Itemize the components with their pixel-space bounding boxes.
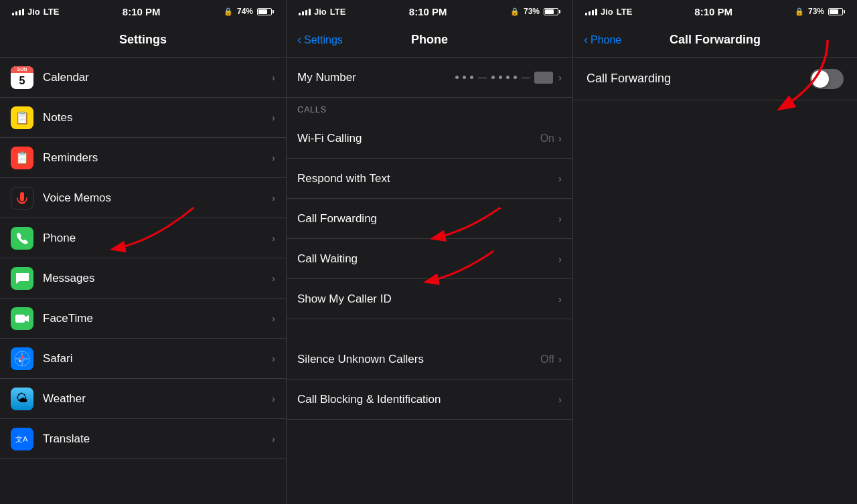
- time-3: 8:10 PM: [694, 6, 732, 17]
- svg-rect-0: [20, 192, 24, 201]
- chevron-calendar: ›: [272, 72, 275, 83]
- status-bar-3: Jio LTE 8:10 PM 🔒 73%: [573, 0, 857, 23]
- battery-icon-3: [828, 8, 845, 15]
- chevron-call-forwarding: ›: [558, 213, 562, 224]
- chevron-messages: ›: [272, 272, 275, 284]
- list-item-reminders[interactable]: 📋 Reminders ›: [0, 138, 286, 178]
- chevron-reminders: ›: [272, 152, 275, 163]
- silence-unknown-label: Silence Unknown Callers: [297, 353, 540, 366]
- signal-icon-3: [585, 7, 597, 15]
- battery-percent-1: 74%: [237, 7, 253, 16]
- reminders-icon: 📋: [11, 147, 33, 169]
- list-item-respond-text[interactable]: Respond with Text ›: [287, 159, 572, 199]
- list-item-call-forwarding[interactable]: Call Forwarding ›: [287, 199, 572, 239]
- list-item-safari[interactable]: Safari ›: [0, 339, 286, 379]
- status-right-2: 🔒 73%: [510, 7, 560, 16]
- list-item-facetime[interactable]: FaceTime ›: [0, 299, 286, 339]
- facetime-label: FaceTime: [43, 312, 272, 325]
- safari-icon: [11, 347, 33, 370]
- chevron-voicememos: ›: [272, 192, 275, 203]
- carrier-1: Jio: [27, 7, 40, 17]
- settings-title: Settings: [119, 33, 167, 47]
- list-item-call-blocking[interactable]: Call Blocking & Identification ›: [287, 380, 572, 420]
- chevron-notes: ›: [272, 112, 275, 123]
- phone-label: Phone: [43, 232, 272, 245]
- network-1: LTE: [44, 7, 60, 17]
- signal-icon-2: [299, 7, 311, 15]
- status-right-3: 🔒 73%: [795, 7, 845, 16]
- time-2: 8:10 PM: [409, 6, 447, 17]
- signal-icon: [12, 7, 24, 15]
- carrier-2: Jio: [314, 7, 327, 17]
- list-item-translate[interactable]: 文A Translate ›: [0, 419, 286, 459]
- svg-text:文A: 文A: [15, 435, 28, 443]
- list-item-call-waiting[interactable]: Call Waiting ›: [287, 239, 572, 279]
- lock-icon-3: 🔒: [795, 7, 804, 16]
- chevron-show-caller-id: ›: [558, 293, 562, 305]
- reminders-label: Reminders: [43, 151, 272, 165]
- chevron-call-waiting: ›: [558, 253, 562, 264]
- respond-text-label: Respond with Text: [297, 172, 558, 185]
- list-item-phone[interactable]: Phone ›: [0, 218, 286, 258]
- list-item-silence-unknown[interactable]: Silence Unknown Callers Off ›: [287, 339, 572, 380]
- battery-percent-3: 73%: [808, 7, 824, 16]
- chevron-my-number: ›: [558, 72, 562, 83]
- chevron-silence-unknown: ›: [558, 353, 562, 365]
- carrier-3: Jio: [601, 7, 613, 17]
- call-waiting-label: Call Waiting: [297, 252, 558, 266]
- list-item-messages[interactable]: Messages ›: [0, 258, 286, 299]
- call-forwarding-toggle-row: Call Forwarding: [573, 58, 857, 100]
- safari-label: Safari: [43, 352, 272, 365]
- show-caller-id-label: Show My Caller ID: [297, 292, 558, 306]
- settings-list: SUN 5 Calendar › 📋 Notes › 📋 Reminders ›: [0, 58, 286, 504]
- chevron-facetime: ›: [272, 313, 275, 324]
- call-forwarding-label: Call Forwarding: [297, 212, 558, 226]
- status-bar-1: Jio LTE 8:10 PM 🔒 74%: [0, 0, 286, 23]
- cf-toggle-label: Call Forwarding: [587, 72, 810, 86]
- voicememos-label: Voice Memos: [43, 191, 272, 205]
- messages-label: Messages: [43, 272, 272, 285]
- call-forwarding-panel: Jio LTE 8:10 PM 🔒 73% ‹ Phone Call Forwa…: [573, 0, 857, 504]
- chevron-safari: ›: [272, 353, 275, 364]
- silence-unknown-value: Off: [540, 353, 554, 365]
- lock-icon-1: 🔒: [224, 7, 233, 16]
- calendar-label: Calendar: [43, 71, 272, 84]
- wifi-calling-value: On: [540, 133, 554, 145]
- chevron-phone: ›: [272, 232, 275, 244]
- battery-icon-1: [257, 8, 274, 15]
- my-number-dots: — —: [455, 72, 553, 84]
- wifi-calling-label: Wi-Fi Calling: [297, 132, 540, 145]
- notes-label: Notes: [43, 111, 272, 124]
- list-item-voicememos[interactable]: Voice Memos ›: [0, 178, 286, 218]
- notes-icon: 📋: [11, 106, 33, 129]
- list-item-wifi-calling[interactable]: Wi-Fi Calling On ›: [287, 118, 572, 159]
- phone-panel: Jio LTE 8:10 PM 🔒 73% ‹ Settings Phone M…: [287, 0, 573, 504]
- status-left-3: Jio LTE: [585, 7, 632, 17]
- list-item-notes[interactable]: 📋 Notes ›: [0, 98, 286, 138]
- chevron-wifi-calling: ›: [558, 133, 562, 144]
- status-left-1: Jio LTE: [12, 7, 59, 17]
- translate-label: Translate: [43, 432, 272, 446]
- list-item-show-caller-id[interactable]: Show My Caller ID ›: [287, 279, 572, 319]
- time-1: 8:10 PM: [123, 6, 161, 17]
- weather-label: Weather: [43, 392, 272, 406]
- phone-title: Phone: [287, 33, 572, 47]
- status-bar-2: Jio LTE 8:10 PM 🔒 73%: [287, 0, 572, 23]
- my-number-row[interactable]: My Number — — ›: [287, 58, 572, 98]
- status-left-2: Jio LTE: [299, 7, 345, 17]
- list-item-weather[interactable]: 🌤 Weather ›: [0, 379, 286, 419]
- call-forwarding-title: Call Forwarding: [573, 33, 857, 47]
- calls-section-header: CALLS: [287, 98, 572, 118]
- calendar-icon: SUN 5: [11, 66, 33, 89]
- section-gap-2: [287, 319, 572, 339]
- phone-icon: [11, 227, 33, 250]
- list-item-calendar[interactable]: SUN 5 Calendar ›: [0, 58, 286, 98]
- call-forwarding-toggle[interactable]: [810, 69, 844, 89]
- phone-nav-bar: ‹ Settings Phone: [287, 23, 572, 58]
- facetime-icon: [11, 307, 33, 330]
- battery-icon-2: [544, 8, 560, 15]
- battery-percent-2: 73%: [524, 7, 540, 16]
- network-3: LTE: [617, 7, 633, 17]
- messages-icon: [11, 267, 33, 290]
- weather-icon: 🌤: [11, 388, 33, 410]
